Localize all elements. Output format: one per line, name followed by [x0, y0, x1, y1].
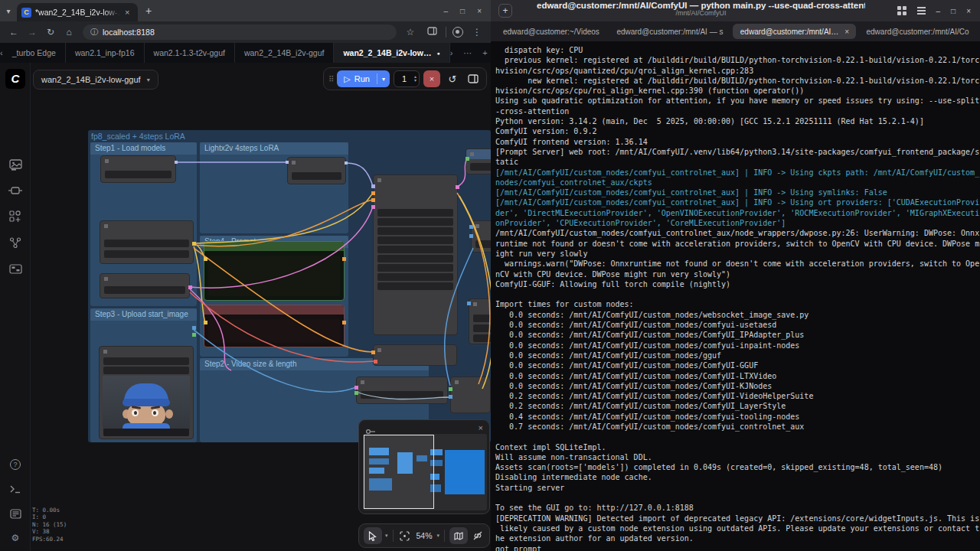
- comfy-canvas[interactable]: fp8_scaled + 4steps LoRA Step1 - Load mo…: [31, 63, 491, 551]
- workflow-tab[interactable]: wan2.1_inp-fp16: [66, 43, 145, 63]
- tab-close-icon[interactable]: ×: [844, 28, 849, 36]
- terminal-line: he extension author for an updated versi…: [495, 533, 980, 543]
- toggle-links-icon[interactable]: [471, 531, 485, 540]
- browser-menu-icon[interactable]: ⋮: [469, 27, 485, 37]
- node-negative-prompt[interactable]: [204, 305, 345, 347]
- tab-list-chevron-icon[interactable]: ▾: [0, 7, 17, 15]
- profile-avatar-icon[interactable]: [452, 27, 463, 37]
- node-bottom-right[interactable]: [450, 377, 491, 413]
- cancel-button[interactable]: ×: [423, 70, 440, 87]
- terminal-line: likely caused by a custom node extension…: [495, 523, 980, 533]
- group-title: Lightx2v 4steps LoRA: [200, 142, 348, 155]
- minimize-icon[interactable]: –: [444, 7, 449, 15]
- minimap-panel[interactable]: ×: [358, 419, 490, 514]
- terminal-new-tab-button[interactable]: +: [498, 4, 512, 18]
- terminal-icon[interactable]: [0, 479, 31, 499]
- workflow-select[interactable]: wan2_2_14B_i2v-low-gguf ▾: [33, 70, 158, 90]
- reload-icon[interactable]: ↻: [43, 27, 58, 37]
- workflow-tab[interactable]: _turbo Edge: [3, 43, 66, 63]
- pointer-tool-button[interactable]: [364, 527, 382, 544]
- model-tree-icon[interactable]: [0, 233, 31, 253]
- bookmark-star-icon[interactable]: ☆: [403, 27, 418, 37]
- workflow-tab[interactable]: wan2.1-1.3-t2v-gguf: [145, 43, 235, 63]
- node-unet-loader[interactable]: [100, 155, 176, 183]
- node-vae-loader[interactable]: [100, 273, 190, 298]
- close-icon[interactable]: ×: [477, 7, 482, 15]
- workflow-tabs-overflow-icon[interactable]: ⋯: [463, 48, 472, 58]
- perf-stat-line: I: 0: [32, 514, 67, 520]
- zoom-options-chevron-icon[interactable]: ▾: [437, 533, 440, 539]
- decrement-icon[interactable]: ▾: [414, 79, 416, 83]
- logs-panel-icon[interactable]: [0, 504, 31, 523]
- node-video-combine[interactable]: [373, 344, 457, 366]
- drag-handle[interactable]: ⠿: [328, 75, 333, 83]
- address-bar[interactable]: ⓘ localhost:8188: [83, 24, 397, 40]
- minimap-map[interactable]: [363, 434, 487, 510]
- workflow-tab[interactable]: wan2_2_14B_i2v-gguf: [235, 43, 335, 63]
- minimap-toggle-button[interactable]: [449, 527, 468, 544]
- back-icon[interactable]: ←: [6, 27, 21, 37]
- node-right-low[interactable]: [469, 298, 491, 344]
- workflow-tab[interactable]: wan2_2_14B_i2v-low…●: [334, 43, 449, 63]
- workflows-icon[interactable]: [0, 259, 31, 279]
- terminal-line: 0.0 seconds: /mnt/AI/ComfyUI/custom_node…: [495, 341, 980, 350]
- workflow-select-label: wan2_2_14B_i2v-low-gguf: [41, 75, 141, 84]
- node-size-picker[interactable]: [356, 377, 448, 404]
- run-options-chevron-icon[interactable]: ▾: [377, 76, 390, 83]
- settings-gear-icon[interactable]: ⚙: [0, 528, 31, 548]
- comfyui-logo-icon[interactable]: C: [5, 69, 25, 89]
- workflow-tabs-scroll-right-icon[interactable]: ›: [450, 48, 453, 57]
- group-title: fp8_scaled + 4steps LoRA: [91, 132, 185, 141]
- terminal-output[interactable]: dispatch key: CPU previous kernel: regis…: [491, 41, 980, 551]
- node-lora-loader[interactable]: [287, 157, 346, 184]
- node-library-icon[interactable]: [0, 207, 31, 227]
- workflow-new-icon[interactable]: +: [482, 48, 487, 57]
- tab-close-icon[interactable]: ×: [125, 8, 129, 17]
- fit-view-icon[interactable]: [398, 531, 412, 541]
- panel-toggle-icon[interactable]: [465, 70, 482, 87]
- minimap-close-icon[interactable]: ×: [479, 423, 483, 432]
- terminal-maximize-icon[interactable]: □: [951, 7, 956, 15]
- group-lightx2v[interactable]: Lightx2v 4steps LoRA: [200, 142, 348, 233]
- help-icon[interactable]: ?: [0, 455, 31, 474]
- zoom-level[interactable]: 54%: [414, 531, 433, 540]
- run-button[interactable]: ▷Run ▾: [337, 70, 390, 87]
- terminal-header[interactable]: + edward@customer:/mnt/AI/ComfyUI — pyth…: [491, 0, 980, 21]
- forward-icon[interactable]: →: [24, 27, 40, 37]
- perf-stat-line: FPS:60.24: [32, 536, 67, 543]
- terminal-tab[interactable]: edward@customer:/mnt/AI…×: [733, 24, 856, 39]
- side-panel-icon[interactable]: [424, 26, 439, 38]
- node-ksampler[interactable]: [373, 174, 458, 335]
- new-tab-button[interactable]: +: [145, 5, 152, 17]
- node-right-mid[interactable]: [471, 220, 491, 253]
- terminal-tab[interactable]: edward@customer:~/Videos: [495, 24, 606, 39]
- group-title: Step3 - Upload start_image: [90, 308, 197, 321]
- queue-gallery-icon[interactable]: [0, 155, 31, 174]
- terminal-line: 0.0 seconds: /mnt/AI/ComfyUI/custom_node…: [495, 371, 980, 381]
- tab-overview-icon[interactable]: [897, 6, 906, 15]
- home-icon[interactable]: ⌂: [61, 27, 77, 37]
- url-text[interactable]: localhost:8188: [103, 28, 155, 37]
- perf-stats: T: 0.00sI: 0N: 16 (15)V: 38FPS:60.24: [32, 507, 67, 543]
- node-clip-loader[interactable]: [100, 220, 194, 264]
- node-icon[interactable]: [0, 181, 31, 201]
- node-right-top[interactable]: [466, 148, 491, 174]
- pointer-options-chevron-icon[interactable]: ▾: [385, 533, 388, 539]
- batch-count-stepper[interactable]: 1 ▴▾: [394, 70, 420, 87]
- browser-titlebar[interactable]: ▾ C *wan2_2_14B_i2v-low-… × + – □ ×: [0, 0, 491, 21]
- browser-navbar: ← → ↻ ⌂ ⓘ localhost:8188 ☆ ⋮: [0, 21, 491, 43]
- terminal-close-icon[interactable]: ×: [966, 7, 971, 15]
- terminal-line: 0.0 seconds: /mnt/AI/ComfyUI/custom_node…: [495, 310, 980, 320]
- terminal-line: 0.7 seconds: /mnt/AI/ComfyUI/custom_node…: [495, 422, 980, 432]
- terminal-tab[interactable]: edward@customer:/mnt/AI — s: [609, 24, 729, 39]
- minimap-viewport[interactable]: [364, 435, 434, 509]
- history-icon[interactable]: ↺: [444, 70, 461, 87]
- node-positive-prompt[interactable]: [204, 241, 345, 301]
- terminal-minimize-icon[interactable]: –: [936, 7, 941, 15]
- maximize-icon[interactable]: □: [460, 7, 465, 15]
- browser-tab[interactable]: C *wan2_2_14B_i2v-low-… ×: [17, 3, 138, 21]
- menu-icon[interactable]: [917, 7, 926, 15]
- node-load-image[interactable]: [99, 346, 194, 439]
- terminal-tab[interactable]: edward@customer:/mnt/AI/Co: [859, 24, 976, 39]
- site-info-icon[interactable]: ⓘ: [90, 27, 98, 37]
